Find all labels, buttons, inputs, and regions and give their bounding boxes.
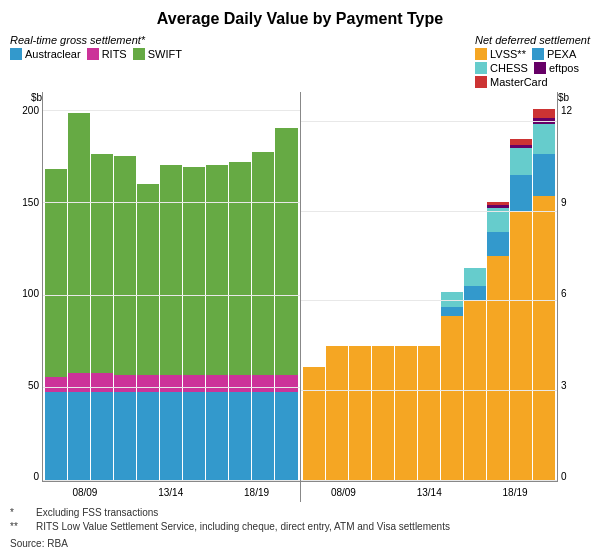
- chart-area: $b 200 150 100 50 0 08/09 13/14 18/19: [10, 92, 590, 502]
- left-bar-group: [114, 156, 136, 481]
- right-bar-group: [487, 202, 509, 481]
- footnotes: * Excluding FSS transactions ** RITS Low…: [10, 502, 590, 536]
- pexa-label: PEXA: [547, 48, 576, 60]
- left-tick-200: 200: [22, 105, 39, 116]
- footnote-1-star: *: [10, 506, 30, 520]
- bar-segment-austraclear: [252, 392, 274, 481]
- legend-item-rits: RITS: [87, 48, 127, 60]
- right-legend-row1: LVSS** PEXA: [475, 48, 590, 60]
- austraclear-swatch: [10, 48, 22, 60]
- left-x-label-2: 13/14: [158, 487, 183, 498]
- bar-segment-chess: [510, 148, 532, 175]
- bar-segment-chess: [464, 268, 486, 286]
- right-bar-group: [510, 139, 532, 481]
- right-bars-area: [301, 92, 559, 482]
- left-y-axis: $b 200 150 100 50 0: [10, 92, 42, 502]
- swift-label: SWIFT: [148, 48, 182, 60]
- chart-title: Average Daily Value by Payment Type: [10, 10, 590, 28]
- bar-segment-austraclear: [68, 392, 90, 481]
- eftpos-label: eftpos: [549, 62, 579, 74]
- bar-segment-swift: [206, 165, 228, 375]
- lvss-swatch: [475, 48, 487, 60]
- rits-swatch: [87, 48, 99, 60]
- left-y-label: $b: [31, 92, 42, 103]
- left-tick-50: 50: [28, 380, 39, 391]
- right-legend-row3: MasterCard: [475, 76, 590, 88]
- left-tick-100: 100: [22, 288, 39, 299]
- source-row: Source: RBA: [10, 538, 590, 549]
- right-bar-group: [418, 346, 440, 481]
- bar-segment-austraclear: [160, 392, 182, 481]
- bar-segment-swift: [91, 154, 113, 373]
- bar-segment-swift: [275, 128, 297, 375]
- footnote-1-text: Excluding FSS transactions: [36, 506, 158, 520]
- legend-item-austraclear: Austraclear: [10, 48, 81, 60]
- right-bar-group: [464, 268, 486, 481]
- austraclear-label: Austraclear: [25, 48, 81, 60]
- left-bar-group: [183, 167, 205, 481]
- bar-segment-swift: [68, 113, 90, 373]
- bar-segment-rits: [206, 375, 228, 392]
- left-legend-title: Real-time gross settlement*: [10, 34, 182, 46]
- bar-segment-austraclear: [91, 392, 113, 481]
- legend-item-lvss: LVSS**: [475, 48, 526, 60]
- left-y-ticks: 200 150 100 50 0: [22, 105, 42, 502]
- bar-segment-swift: [137, 184, 159, 375]
- bar-segment-rits: [114, 375, 136, 392]
- right-bar-group: [349, 346, 371, 481]
- left-bar-group: [252, 152, 274, 481]
- bar-segment-austraclear: [137, 392, 159, 481]
- right-tick-3: 3: [561, 380, 567, 391]
- bar-segment-pexa: [464, 286, 486, 301]
- left-bar-group: [275, 128, 297, 481]
- left-chart: 08/09 13/14 18/19: [42, 92, 300, 502]
- bar-segment-mastercard: [533, 109, 555, 118]
- left-bar-group: [45, 169, 67, 481]
- bar-segment-swift: [45, 169, 67, 377]
- right-y-label: $b: [558, 92, 569, 103]
- left-legend-section: Real-time gross settlement* Austraclear …: [10, 34, 182, 88]
- bar-segment-swift: [229, 162, 251, 376]
- mastercard-label: MasterCard: [490, 76, 547, 88]
- bar-segment-lvss: [418, 346, 440, 481]
- left-x-label-1: 08/09: [72, 487, 97, 498]
- bar-segment-pexa: [441, 307, 463, 316]
- right-x-labels: 08/09 13/14 18/19: [301, 482, 559, 502]
- legend-row: Real-time gross settlement* Austraclear …: [10, 34, 590, 88]
- left-tick-150: 150: [22, 197, 39, 208]
- right-bar-group: [372, 346, 394, 481]
- swift-swatch: [133, 48, 145, 60]
- bar-segment-lvss: [395, 346, 417, 481]
- bar-segment-rits: [91, 373, 113, 392]
- bar-segment-austraclear: [275, 392, 297, 481]
- right-tick-9: 9: [561, 197, 567, 208]
- right-bar-group: [326, 346, 348, 481]
- right-x-label-2: 13/14: [417, 487, 442, 498]
- right-x-label-1: 08/09: [331, 487, 356, 498]
- chart-container: Average Daily Value by Payment Type Real…: [0, 0, 600, 549]
- right-bar-group: [395, 346, 417, 481]
- left-bar-group: [229, 162, 251, 481]
- bar-segment-austraclear: [114, 392, 136, 481]
- legend-item-swift: SWIFT: [133, 48, 182, 60]
- right-legend-title: Net deferred settlement: [475, 34, 590, 46]
- footnote-2-text: RITS Low Value Settlement Service, inclu…: [36, 520, 450, 534]
- mastercard-swatch: [475, 76, 487, 88]
- left-x-label-3: 18/19: [244, 487, 269, 498]
- bar-segment-lvss: [533, 196, 555, 481]
- bar-segment-austraclear: [45, 392, 67, 481]
- bar-segment-pexa: [533, 154, 555, 196]
- bar-segment-lvss: [349, 346, 371, 481]
- left-bar-group: [68, 113, 90, 481]
- left-bar-group: [160, 165, 182, 481]
- bar-segment-swift: [252, 152, 274, 375]
- right-y-axis: $b 12 9 6 3 0: [558, 92, 590, 502]
- right-legend-section: Net deferred settlement LVSS** PEXA: [475, 34, 590, 88]
- bar-segment-rits: [252, 375, 274, 392]
- bar-segment-rits: [137, 375, 159, 392]
- eftpos-swatch: [534, 62, 546, 74]
- right-bar-group: [533, 109, 555, 481]
- bar-segment-swift: [160, 165, 182, 375]
- rits-label: RITS: [102, 48, 127, 60]
- right-chart: 08/09 13/14 18/19: [301, 92, 559, 502]
